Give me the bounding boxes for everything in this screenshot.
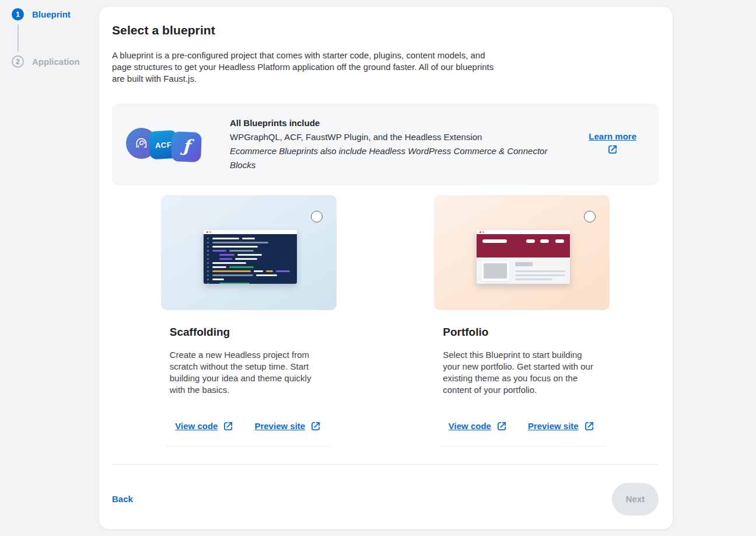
view-code-label: View code	[449, 421, 491, 431]
scaffolding-card-image[interactable]	[161, 195, 337, 310]
preview-site-label: Preview site	[254, 421, 305, 431]
stepper-step-blueprint: 1 Blueprint	[12, 8, 93, 20]
next-button[interactable]: Next	[612, 483, 659, 516]
step-2-label: Application	[32, 57, 80, 67]
portfolio-preview-site-link[interactable]: Preview site	[528, 420, 596, 432]
portfolio-view-code-link[interactable]: View code	[449, 420, 508, 432]
step-1-circle: 1	[12, 8, 24, 20]
blueprint-card-scaffolding: Scaffolding Create a new Headless projec…	[112, 195, 386, 447]
portfolio-radio[interactable]	[584, 211, 596, 222]
select-blueprint-panel: Select a blueprint A blueprint is a pre-…	[99, 7, 673, 529]
portfolio-card-image[interactable]	[434, 195, 610, 310]
view-code-label: View code	[175, 421, 218, 431]
scaffolding-title: Scaffolding	[161, 326, 337, 339]
wizard-footer: Back Next	[112, 465, 659, 533]
blueprint-intro-text: A blueprint is a pre-configured project …	[112, 50, 499, 85]
blueprint-grid: Scaffolding Create a new Headless projec…	[112, 195, 659, 447]
stepper-connector-line	[18, 25, 19, 51]
blueprint-card-portfolio: Portfolio Select this Blueprint to start…	[386, 195, 659, 447]
scaffolding-view-code-link[interactable]: View code	[175, 420, 235, 432]
wizard-stepper: 1 Blueprint 2 Application	[12, 8, 93, 68]
include-box-title: All Blueprints include	[230, 116, 550, 130]
scaffolding-preview-site-link[interactable]: Preview site	[254, 420, 322, 432]
include-box-plugins-line: WPGraphQL, ACF, FaustWP Plugin, and the …	[230, 130, 550, 144]
external-link-icon	[310, 420, 322, 432]
faustjs-icon: ƒ	[171, 131, 202, 162]
step-1-label: Blueprint	[32, 9, 71, 19]
preview-site-label: Preview site	[528, 421, 579, 431]
code-editor-mockup	[204, 230, 297, 284]
portfolio-title: Portfolio	[434, 326, 610, 339]
external-link-icon	[607, 143, 619, 158]
step-2-circle: 2	[12, 55, 24, 68]
portfolio-site-mockup	[477, 230, 570, 284]
back-button[interactable]: Back	[112, 494, 133, 504]
all-blueprints-include-box: ACF ƒ All Blueprints include WPGraphQL, …	[112, 103, 659, 185]
portfolio-description: Select this Blueprint to start building …	[434, 349, 597, 396]
scaffolding-description: Create a new Headless project from scrat…	[161, 349, 324, 396]
include-box-ecommerce-note: Ecommerce Blueprints also include Headle…	[230, 144, 550, 172]
stepper-step-application: 2 Application	[12, 55, 93, 68]
include-box-text: All Blueprints include WPGraphQL, ACF, F…	[230, 116, 550, 172]
learn-more-link[interactable]: Learn more	[589, 131, 636, 158]
external-link-icon	[583, 420, 596, 432]
card-divider	[439, 446, 605, 447]
plugin-logo-stack: ACF ƒ	[126, 126, 215, 163]
external-link-icon	[222, 420, 235, 432]
external-link-icon	[496, 420, 508, 432]
scaffolding-radio[interactable]	[311, 211, 323, 222]
card-divider	[166, 446, 332, 447]
page: 1 Blueprint 2 Application Select a bluep…	[0, 0, 756, 536]
page-title: Select a blueprint	[112, 23, 659, 37]
learn-more-label: Learn more	[589, 131, 636, 141]
